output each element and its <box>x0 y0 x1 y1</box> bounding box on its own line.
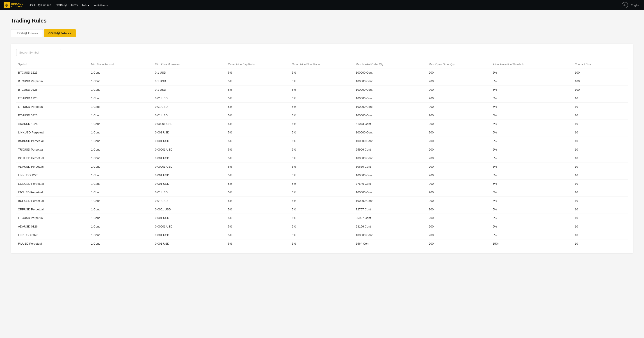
cell-row13-col1: 1 Cont <box>89 179 153 188</box>
cell-row17-col0: ETCUSD Perpetual <box>16 214 89 222</box>
cell-row17-col3: 5% <box>226 214 290 222</box>
cell-row10-col2: 0.001 USD <box>153 154 226 163</box>
cell-row14-col4: 5% <box>290 188 354 197</box>
cell-row18-col5: 23156 Cont <box>354 222 427 231</box>
tab-usdt-futures[interactable]: USDT-Ⓜ Futures <box>11 29 43 37</box>
cell-row11-col6: 200 <box>427 163 491 171</box>
cell-row12-col6: 200 <box>427 171 491 179</box>
cell-row17-col6: 200 <box>427 214 491 222</box>
cell-row5-col5: 100000 Cont <box>354 111 427 120</box>
trading-rules-table: Symbol Min. Trade Amount Min. Price Move… <box>16 60 628 248</box>
col-header-max-market: Max. Market Order Qty <box>354 60 427 68</box>
brand-logo[interactable]: BINANCE FUTURES <box>4 2 24 8</box>
cell-row13-col8: 10 <box>573 179 628 188</box>
cell-row9-col8: 10 <box>573 145 628 154</box>
cell-row14-col7: 5% <box>491 188 573 197</box>
cell-row15-col5: 100000 Cont <box>354 197 427 205</box>
cell-row16-col5: 72757 Cont <box>354 205 427 214</box>
cell-row2-col7: 5% <box>491 86 573 94</box>
cell-row8-col7: 5% <box>491 137 573 145</box>
cell-row3-col0: ETHUSD 1225 <box>16 94 89 103</box>
cell-row14-col0: LTCUSD Perpetual <box>16 188 89 197</box>
cell-row9-col7: 5% <box>491 145 573 154</box>
nav-info[interactable]: Info ▾ <box>82 3 90 7</box>
cell-row19-col8: 10 <box>573 231 628 239</box>
cell-row16-col3: 5% <box>226 205 290 214</box>
cell-row18-col2: 0.00001 USD <box>153 222 226 231</box>
cell-row5-col1: 1 Cont <box>89 111 153 120</box>
cell-row17-col2: 0.001 USD <box>153 214 226 222</box>
cell-row5-col7: 5% <box>491 111 573 120</box>
cell-row5-col0: ETHUSD 0326 <box>16 111 89 120</box>
cell-row8-col2: 0.001 USD <box>153 137 226 145</box>
table-row: BTCUSD 12251 Cont0.1 USD5%5%100000 Cont2… <box>16 68 628 77</box>
page-container: Trading Rules USDT-Ⓜ Futures COIN-Ⓜ Futu… <box>0 10 644 261</box>
table-row: LINKUSD Perpetual1 Cont0.001 USD5%5%1000… <box>16 128 628 137</box>
cell-row15-col0: BCHUSD Perpetual <box>16 197 89 205</box>
cell-row9-col0: TRXUSD Perpetual <box>16 145 89 154</box>
cell-row11-col3: 5% <box>226 163 290 171</box>
cell-row4-col6: 200 <box>427 103 491 111</box>
cell-row20-col3: 5% <box>226 239 290 248</box>
cell-row15-col3: 5% <box>226 197 290 205</box>
cell-row7-col8: 10 <box>573 128 628 137</box>
cell-row8-col5: 100000 Cont <box>354 137 427 145</box>
language-selector[interactable]: English <box>631 3 640 7</box>
cell-row2-col3: 5% <box>226 86 290 94</box>
cell-row10-col5: 100000 Cont <box>354 154 427 163</box>
cell-row10-col6: 200 <box>427 154 491 163</box>
cell-row17-col1: 1 Cont <box>89 214 153 222</box>
cell-row12-col7: 5% <box>491 171 573 179</box>
nav-activities[interactable]: Activities ▾ <box>94 3 108 7</box>
cell-row3-col2: 0.01 USD <box>153 94 226 103</box>
cell-row15-col4: 5% <box>290 197 354 205</box>
cell-row11-col1: 1 Cont <box>89 163 153 171</box>
cell-row5-col2: 0.01 USD <box>153 111 226 120</box>
user-avatar[interactable]: da <box>622 2 628 8</box>
cell-row16-col8: 10 <box>573 205 628 214</box>
search-input[interactable] <box>16 49 61 56</box>
cell-row3-col4: 5% <box>290 94 354 103</box>
table-row: ETHUSD Perpetual1 Cont0.01 USD5%5%100000… <box>16 103 628 111</box>
cell-row19-col7: 5% <box>491 231 573 239</box>
cell-row15-col7: 5% <box>491 197 573 205</box>
col-header-max-open: Max. Open Order Qty <box>427 60 491 68</box>
cell-row5-col6: 200 <box>427 111 491 120</box>
cell-row6-col8: 10 <box>573 120 628 128</box>
cell-row16-col2: 0.0001 USD <box>153 205 226 214</box>
cell-row18-col6: 200 <box>427 222 491 231</box>
cell-row3-col1: 1 Cont <box>89 94 153 103</box>
cell-row7-col3: 5% <box>226 128 290 137</box>
table-row: BTCUSD 03261 Cont0.1 USD5%5%100000 Cont2… <box>16 86 628 94</box>
cell-row12-col5: 100000 Cont <box>354 171 427 179</box>
nav-coin-futures[interactable]: COIN-Ⓜ Futures <box>56 3 78 7</box>
cell-row0-col8: 100 <box>573 68 628 77</box>
cell-row3-col6: 200 <box>427 94 491 103</box>
cell-row6-col2: 0.00001 USD <box>153 120 226 128</box>
tab-coin-futures[interactable]: COIN-Ⓜ Futures <box>44 29 76 37</box>
table-row: ETCUSD Perpetual1 Cont0.001 USD5%5%36927… <box>16 214 628 222</box>
cell-row17-col7: 5% <box>491 214 573 222</box>
nav-usdt-futures[interactable]: USDT-Ⓜ Futures <box>29 3 52 7</box>
cell-row7-col2: 0.001 USD <box>153 128 226 137</box>
cell-row11-col8: 10 <box>573 163 628 171</box>
cell-row8-col1: 1 Cont <box>89 137 153 145</box>
cell-row16-col6: 200 <box>427 205 491 214</box>
cell-row2-col8: 100 <box>573 86 628 94</box>
table-row: FILUSD Perpetual1 Cont0.001 USD5%5%6564 … <box>16 239 628 248</box>
cell-row8-col4: 5% <box>290 137 354 145</box>
cell-row5-col8: 10 <box>573 111 628 120</box>
cell-row18-col1: 1 Cont <box>89 222 153 231</box>
cell-row16-col0: XRPUSD Perpetual <box>16 205 89 214</box>
cell-row2-col2: 0.1 USD <box>153 86 226 94</box>
cell-row10-col4: 5% <box>290 154 354 163</box>
cell-row14-col5: 100000 Cont <box>354 188 427 197</box>
cell-row2-col6: 200 <box>427 86 491 94</box>
cell-row3-col7: 5% <box>491 94 573 103</box>
cell-row20-col7: 15% <box>491 239 573 248</box>
cell-row15-col1: 1 Cont <box>89 197 153 205</box>
cell-row4-col3: 5% <box>226 103 290 111</box>
cell-row4-col1: 1 Cont <box>89 103 153 111</box>
cell-row13-col6: 200 <box>427 179 491 188</box>
cell-row19-col4: 5% <box>290 231 354 239</box>
